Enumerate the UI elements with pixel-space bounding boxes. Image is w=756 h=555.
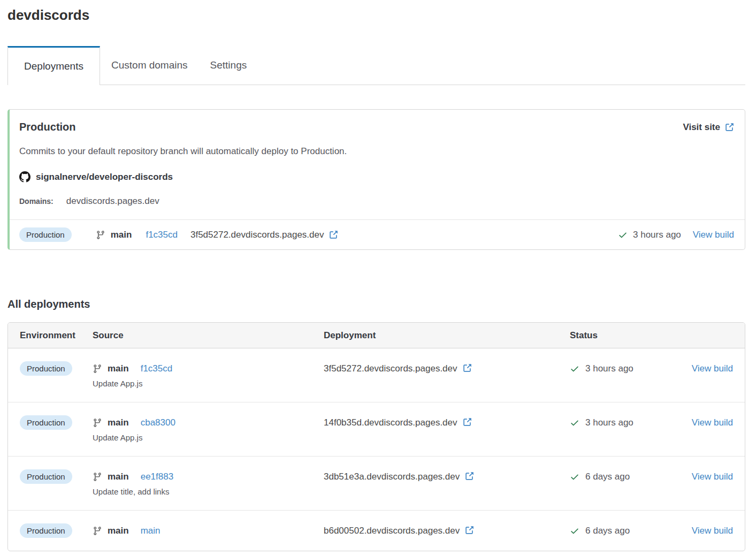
check-icon	[570, 526, 579, 536]
environment-badge: Production	[20, 469, 72, 484]
deployment-time: 6 days ago	[585, 469, 630, 484]
deployment-url: 14f0b35d.devdiscords.pages.dev	[324, 417, 457, 428]
tab-custom-domains[interactable]: Custom domains	[100, 46, 199, 85]
table-row: Production main cba8300 Update App.js 14…	[8, 402, 745, 456]
table-header-row: Environment Source Deployment Status	[8, 323, 745, 348]
github-icon	[19, 171, 30, 183]
commit-message: Update App.js	[93, 378, 324, 389]
table-row: Production main ee1f883 Update title, ad…	[8, 456, 745, 510]
commit-link[interactable]: f1c35cd	[146, 230, 178, 240]
domains-label: Domains:	[19, 197, 54, 206]
commit-link[interactable]: ee1f883	[141, 469, 173, 484]
view-build-link[interactable]: View build	[692, 526, 733, 536]
environment-badge: Production	[19, 227, 72, 242]
deployment-time: 6 days ago	[585, 523, 630, 538]
pages-project-page: devdiscords Deployments Custom domains S…	[0, 7, 756, 551]
commit-link[interactable]: cba8300	[141, 415, 175, 430]
deployment-time: 3 hours ago	[585, 361, 633, 376]
branch-name: main	[108, 469, 129, 484]
environment-badge: Production	[20, 523, 72, 538]
deployment-time: 3 hours ago	[585, 415, 633, 430]
domains-value: devdiscords.pages.dev	[66, 196, 159, 207]
external-link-icon	[724, 123, 734, 132]
tab-deployments[interactable]: Deployments	[7, 46, 100, 85]
table-row: Production main f1c35cd Update App.js 3f…	[8, 348, 745, 402]
view-build-link[interactable]: View build	[692, 472, 733, 482]
page-title: devdiscords	[7, 7, 745, 24]
column-header-environment: Environment	[20, 330, 93, 341]
visit-site-label: Visit site	[683, 122, 720, 133]
deployments-table: Environment Source Deployment Status Pro…	[7, 322, 745, 551]
check-icon	[570, 418, 579, 428]
deployment-url: b6d00502.devdiscords.pages.dev	[324, 526, 460, 536]
external-link-icon[interactable]	[464, 526, 474, 535]
check-icon	[618, 230, 628, 240]
deployment-url: 3db51e3a.devdiscords.pages.dev	[324, 472, 460, 482]
git-branch-icon	[93, 364, 102, 374]
production-deployment-row: Production main f1c35cd 3f5d5272.devdisc…	[10, 219, 745, 249]
column-header-deployment: Deployment	[324, 330, 570, 341]
column-header-status: Status	[570, 330, 687, 341]
check-icon	[570, 364, 579, 374]
branch-name: main	[108, 361, 129, 376]
column-header-source: Source	[93, 330, 324, 341]
deployment-time: 3 hours ago	[633, 230, 681, 240]
view-build-link[interactable]: View build	[692, 417, 733, 428]
deployment-url: 3f5d5272.devdiscords.pages.dev	[324, 363, 457, 374]
branch-name: main	[108, 523, 129, 538]
table-row: Production main main b6d00502.devdiscord…	[8, 510, 745, 551]
git-branch-icon	[96, 230, 105, 240]
commit-message: Update App.js	[93, 432, 324, 443]
git-branch-icon	[93, 472, 102, 482]
production-card: Production Visit site Commits to your de…	[7, 109, 745, 250]
external-link-icon[interactable]	[464, 472, 474, 481]
git-branch-icon	[93, 526, 102, 536]
external-link-icon[interactable]	[462, 363, 472, 373]
repo-link[interactable]: signalnerve/developer-discords	[36, 172, 173, 183]
commit-link[interactable]: f1c35cd	[141, 361, 173, 376]
production-card-title: Production	[19, 121, 76, 133]
view-build-link[interactable]: View build	[693, 230, 734, 240]
environment-badge: Production	[20, 415, 72, 430]
tab-settings[interactable]: Settings	[199, 46, 258, 85]
commit-message: Update title, add links	[93, 486, 324, 497]
visit-site-link[interactable]: Visit site	[683, 122, 734, 133]
external-link-icon[interactable]	[329, 230, 338, 240]
check-icon	[570, 472, 579, 482]
commit-link[interactable]: main	[141, 523, 161, 538]
deployment-url: 3f5d5272.devdiscords.pages.dev	[190, 230, 324, 240]
branch-name: main	[111, 230, 132, 240]
git-branch-icon	[93, 418, 102, 428]
branch-name: main	[108, 415, 129, 430]
tab-bar: Deployments Custom domains Settings	[7, 46, 745, 85]
all-deployments-title: All deployments	[7, 298, 745, 310]
production-description: Commits to your default repository branc…	[19, 146, 734, 157]
external-link-icon[interactable]	[462, 417, 472, 427]
view-build-link[interactable]: View build	[692, 363, 733, 374]
environment-badge: Production	[20, 361, 72, 376]
